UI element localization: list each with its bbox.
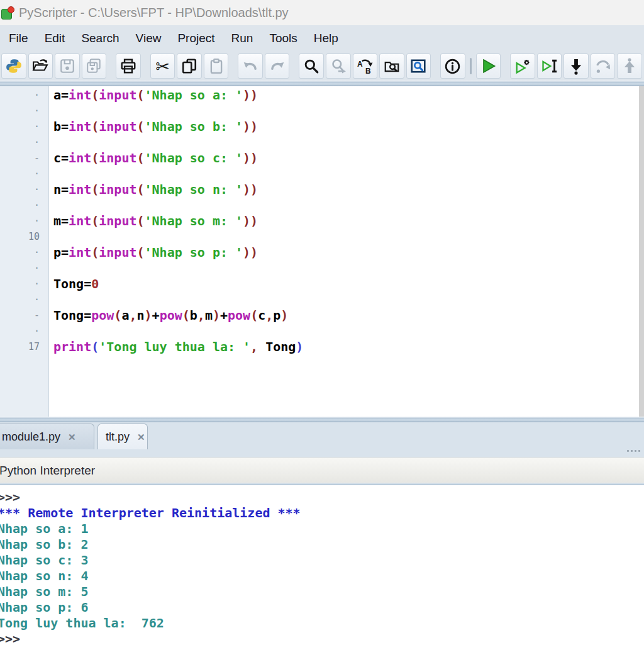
- redo-button[interactable]: [265, 53, 290, 79]
- interpreter-line: >>>: [0, 490, 644, 505]
- open-file-button[interactable]: [28, 53, 53, 79]
- print-button[interactable]: [116, 53, 141, 79]
- menu-search[interactable]: Search: [73, 25, 127, 52]
- code-line[interactable]: ·: [0, 166, 644, 182]
- menu-help[interactable]: Help: [306, 25, 347, 52]
- step-over-button[interactable]: [591, 53, 616, 79]
- menu-edit[interactable]: Edit: [36, 25, 74, 52]
- info-button[interactable]: [440, 53, 465, 79]
- open-folder-icon: [32, 58, 48, 74]
- printer-icon: [120, 58, 136, 74]
- code-line[interactable]: ·p=int(input('Nhap so p: ')): [0, 245, 644, 261]
- menu-tools[interactable]: Tools: [261, 25, 305, 52]
- step-out-button[interactable]: [617, 53, 642, 79]
- code-line[interactable]: ·a=int(input('Nhap so a: ')): [0, 87, 644, 103]
- code-line[interactable]: ·: [0, 103, 644, 119]
- title-bar: PyScripter - C:\Users\FPT - HP\Downloads…: [0, 0, 644, 25]
- svg-text:A: A: [357, 60, 363, 69]
- gutter-marker: ·: [0, 261, 48, 276]
- menu-file[interactable]: File: [1, 25, 36, 52]
- paste-button[interactable]: [204, 53, 229, 79]
- code-line[interactable]: ·: [0, 261, 644, 276]
- toolbar: ✂ AB: [0, 52, 644, 81]
- code-line[interactable]: ·n=int(input('Nhap so n: ')): [0, 182, 644, 198]
- code-lines: ·a=int(input('Nhap so a: '))··b=int(inpu…: [0, 86, 644, 355]
- window-title: PyScripter - C:\Users\FPT - HP\Downloads…: [19, 6, 289, 20]
- code-text: [48, 198, 53, 213]
- menu-view[interactable]: View: [128, 25, 170, 52]
- find-next-button[interactable]: [326, 53, 351, 79]
- close-icon[interactable]: ✕: [137, 432, 145, 442]
- gutter-marker: ·: [0, 213, 48, 229]
- find-button[interactable]: [299, 53, 324, 79]
- editor-tab-strip: module1.py ✕ tlt.py ✕: [0, 422, 644, 458]
- tab-tlt[interactable]: tlt.py ✕: [97, 424, 148, 449]
- code-line[interactable]: 10: [0, 229, 644, 245]
- code-editor[interactable]: ·a=int(input('Nhap so a: '))··b=int(inpu…: [0, 86, 644, 417]
- debug-button[interactable]: [510, 53, 535, 79]
- interpreter-line: Nhap so b: 2: [0, 537, 644, 553]
- gutter-marker: ·: [0, 276, 48, 292]
- step-into-button[interactable]: [564, 53, 589, 79]
- code-line[interactable]: 17print('Tong luy thua la: ', Tong): [0, 339, 644, 355]
- code-line[interactable]: ·Tong=0: [0, 276, 644, 292]
- cut-button[interactable]: ✂: [150, 53, 175, 79]
- code-line[interactable]: ·: [0, 323, 644, 339]
- python-interpreter-console[interactable]: >>>*** Remote Interpreter Reinitialized …: [0, 485, 644, 657]
- gutter-marker: ·: [0, 166, 48, 182]
- interpreter-output: >>>*** Remote Interpreter Reinitialized …: [0, 485, 644, 647]
- toolbar-separator: [470, 58, 472, 74]
- code-line[interactable]: ·: [0, 198, 644, 213]
- code-text: [48, 166, 53, 182]
- code-text: print('Tong luy thua la: ', Tong): [48, 339, 303, 355]
- splitter-horizontal-top[interactable]: [0, 81, 644, 86]
- code-text: [48, 292, 53, 308]
- code-line[interactable]: ·b=int(input('Nhap so b: ')): [0, 119, 644, 135]
- undo-button[interactable]: [238, 53, 263, 79]
- menu-run[interactable]: Run: [223, 25, 262, 52]
- copy-icon: [181, 58, 197, 74]
- save-floppy-icon: [59, 58, 75, 74]
- tab-module1[interactable]: module1.py ✕: [0, 424, 94, 449]
- gutter-marker: ·: [0, 87, 48, 103]
- menu-project[interactable]: Project: [169, 25, 223, 52]
- clipboard-icon: [208, 58, 225, 74]
- info-icon: [444, 58, 461, 75]
- code-line[interactable]: ·: [0, 135, 644, 150]
- tab-label: tlt.py: [106, 430, 130, 444]
- code-line[interactable]: -c=int(input('Nhap so c: ')): [0, 150, 644, 166]
- code-line[interactable]: -Tong=pow(a,n)+pow(b,m)+pow(c,p): [0, 308, 644, 323]
- code-text: a=int(input('Nhap so a: ')): [48, 87, 258, 103]
- code-text: [48, 261, 53, 276]
- gutter-marker: ·: [0, 119, 48, 135]
- code-text: p=int(input('Nhap so p: ')): [48, 245, 258, 261]
- run-icon: [479, 57, 497, 75]
- folder-search-icon: [384, 58, 400, 74]
- code-text: c=int(input('Nhap so c: ')): [48, 150, 258, 166]
- pyscripter-app-icon: [1, 6, 14, 19]
- run-button[interactable]: [476, 53, 501, 79]
- splitter-horizontal-middle[interactable]: [0, 417, 644, 422]
- run-to-cursor-button[interactable]: [537, 53, 562, 79]
- code-line[interactable]: ·m=int(input('Nhap so m: ')): [0, 213, 644, 229]
- replace-button[interactable]: AB: [353, 53, 378, 79]
- gutter-marker: -: [0, 150, 48, 166]
- save-all-button[interactable]: [82, 53, 107, 79]
- interpreter-line: Nhap so a: 1: [0, 521, 644, 537]
- close-icon[interactable]: ✕: [68, 432, 76, 442]
- interpreter-panel-title: Python Interpreter: [0, 464, 95, 478]
- interpreter-line: >>>: [0, 631, 644, 647]
- save-all-icon: [86, 58, 102, 74]
- search-next-icon: [330, 58, 347, 74]
- code-text: [48, 103, 53, 119]
- find-in-files-button[interactable]: [379, 53, 404, 79]
- gutter-marker: ·: [0, 198, 48, 213]
- browser-search-button[interactable]: [406, 53, 431, 79]
- code-text: Tong=0: [48, 276, 99, 292]
- new-python-module-button[interactable]: [1, 53, 26, 79]
- step-into-icon: [567, 57, 585, 75]
- tab-overflow-dots[interactable]: [627, 450, 640, 452]
- copy-button[interactable]: [177, 53, 202, 79]
- save-button[interactable]: [55, 53, 80, 79]
- code-line[interactable]: ·: [0, 292, 644, 308]
